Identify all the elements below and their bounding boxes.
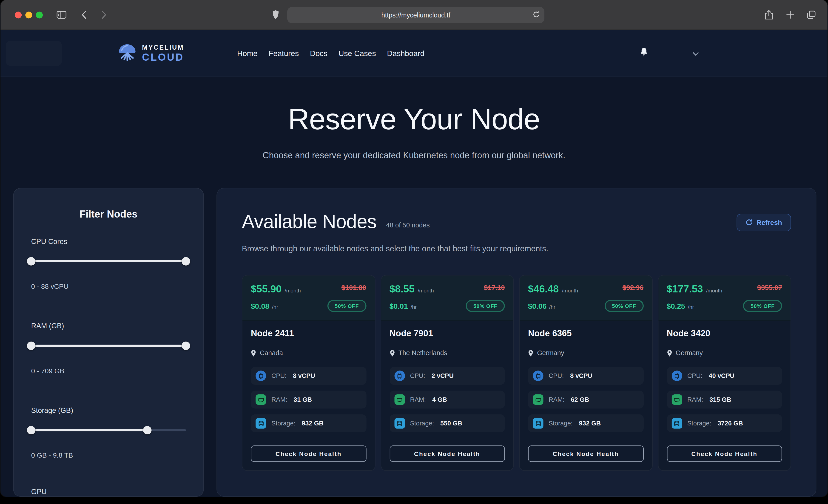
check-node-health-button[interactable]: Check Node Health — [667, 446, 782, 462]
check-node-health-button[interactable]: Check Node Health — [528, 446, 644, 462]
new-tab-icon[interactable] — [786, 11, 794, 18]
filter-label: RAM (GB) — [31, 322, 186, 330]
node-card-pricing: $55.90 /month $101.80 $0.08 /hr 50% OFF — [242, 276, 375, 321]
slider-fill — [31, 429, 147, 431]
location-pin-icon — [389, 350, 395, 356]
share-icon[interactable] — [764, 10, 773, 20]
price-per-month: $8.55 — [389, 284, 415, 295]
filter-label: CPU Cores — [31, 238, 186, 245]
ram-value: 4 GB — [432, 396, 447, 403]
node-cards-grid: $55.90 /month $101.80 $0.08 /hr 50% OFF … — [242, 275, 791, 471]
discount-badge: 50% OFF — [743, 300, 782, 312]
per-month-unit: /month — [562, 288, 578, 293]
price-per-month: $177.53 — [667, 284, 703, 295]
nav-link[interactable]: Features — [268, 49, 299, 58]
node-location: Canada — [260, 349, 283, 357]
slider-handle-low[interactable] — [27, 257, 35, 265]
price-per-hour: $0.08 — [251, 302, 270, 310]
filter-section: CPU Cores 0 - 88 vCPU — [31, 238, 186, 290]
ram-icon — [533, 394, 543, 405]
cpu-icon — [255, 371, 266, 381]
filter-label: Storage (GB) — [31, 406, 186, 414]
node-card-body: Node 7901 The Netherlands CPU: 2 vCPU — [381, 321, 513, 470]
back-icon[interactable] — [81, 10, 87, 19]
slider-handle-high[interactable] — [181, 342, 190, 350]
node-card-body: Node 2411 Canada CPU: 8 vCPU — [242, 321, 375, 470]
sidebar-toggle-icon[interactable] — [56, 11, 67, 18]
slider-handle-high[interactable] — [143, 426, 152, 434]
storage-value: 550 GB — [440, 420, 462, 427]
refresh-button[interactable]: Refresh — [737, 214, 791, 231]
mycelium-logo-icon — [117, 43, 137, 63]
node-card-body: Node 6365 Germany CPU: 8 vCPU — [520, 321, 652, 470]
notifications-bell-icon[interactable] — [639, 47, 649, 59]
node-card-pricing: $177.53 /month $355.07 $0.25 /hr 50% OFF — [658, 276, 791, 321]
slider-track[interactable] — [31, 260, 186, 262]
nav-link[interactable]: Home — [237, 49, 258, 58]
storage-spec-row: Storage: 932 GB — [251, 414, 366, 432]
privacy-shield-icon[interactable] — [272, 10, 279, 19]
content-area: Filter Nodes CPU Cores 0 - 88 vCPU RAM (… — [0, 188, 827, 497]
range-slider[interactable] — [31, 342, 186, 350]
reload-icon[interactable] — [533, 10, 540, 20]
nav-link[interactable]: Use Cases — [338, 49, 376, 58]
ram-value: 31 GB — [294, 396, 312, 403]
filter-panel-title: Filter Nodes — [31, 209, 186, 220]
forward-icon[interactable] — [101, 10, 107, 19]
storage-label: Storage: — [548, 420, 573, 427]
cpu-spec-row: CPU: 2 vCPU — [389, 367, 505, 385]
tab-overview-icon[interactable] — [807, 10, 816, 19]
slider-handle-high[interactable] — [181, 257, 190, 265]
discount-badge: 50% OFF — [327, 300, 366, 312]
cpu-icon — [533, 371, 543, 381]
per-month-unit: /month — [285, 288, 301, 293]
slider-fill — [31, 260, 186, 262]
nav-link[interactable]: Dashboard — [387, 49, 424, 58]
minimize-window-button[interactable] — [25, 12, 32, 18]
gpu-filter-label: GPU — [31, 488, 186, 496]
range-slider[interactable] — [31, 257, 186, 265]
old-price: $355.07 — [757, 284, 782, 291]
node-card: $46.48 /month $92.96 $0.06 /hr 50% OFF N… — [519, 275, 653, 471]
chevron-down-icon[interactable] — [693, 48, 699, 58]
slider-fill — [31, 345, 186, 347]
filter-section: Storage (GB) 0 GB - 9.8 TB — [31, 406, 186, 459]
check-node-health-button[interactable]: Check Node Health — [389, 446, 505, 462]
ram-spec-row: RAM: 315 GB — [667, 390, 782, 409]
navbar-ghost-placeholder — [6, 41, 62, 66]
range-slider[interactable] — [31, 426, 186, 434]
slider-track[interactable] — [31, 345, 186, 347]
screen: https://myceliumcloud.tf — [0, 0, 828, 504]
cpu-label: CPU: — [548, 372, 564, 379]
close-window-button[interactable] — [15, 12, 22, 18]
page-title: Reserve Your Node — [0, 102, 827, 136]
storage-spec-row: Storage: 3726 GB — [667, 414, 782, 432]
storage-label: Storage: — [272, 420, 295, 427]
cpu-label: CPU: — [687, 372, 703, 379]
slider-track[interactable] — [31, 429, 186, 431]
node-name: Node 2411 — [251, 328, 366, 338]
zoom-window-button[interactable] — [36, 12, 43, 18]
cpu-label: CPU: — [410, 372, 425, 379]
ram-label: RAM: — [272, 396, 287, 403]
location-pin-icon — [251, 350, 256, 356]
ram-spec-row: RAM: 4 GB — [389, 390, 505, 409]
brand-logo[interactable]: MYCELIUM CLOUD — [117, 43, 184, 63]
nav-link[interactable]: Docs — [310, 49, 328, 58]
node-name: Node 6365 — [528, 328, 644, 338]
per-hour-unit: /hr — [411, 304, 417, 309]
cpu-value: 8 vCPU — [293, 372, 315, 379]
url-bar[interactable]: https://myceliumcloud.tf — [287, 7, 544, 23]
filter-section: RAM (GB) 0 - 709 GB — [31, 322, 186, 375]
ram-spec-row: RAM: 31 GB — [251, 390, 366, 409]
available-nodes-panel: Available Nodes 48 of 50 nodes Refresh B… — [216, 188, 816, 497]
storage-spec-row: Storage: 932 GB — [528, 414, 644, 432]
cpu-spec-row: CPU: 8 vCPU — [528, 367, 644, 385]
price-per-hour: $0.06 — [528, 302, 547, 310]
ram-value: 315 GB — [709, 396, 731, 403]
slider-handle-low[interactable] — [27, 426, 35, 434]
check-node-health-button[interactable]: Check Node Health — [251, 446, 366, 462]
slider-handle-low[interactable] — [27, 342, 35, 350]
filter-range-text: 0 GB - 9.8 TB — [31, 451, 186, 459]
per-hour-unit: /hr — [549, 304, 555, 309]
